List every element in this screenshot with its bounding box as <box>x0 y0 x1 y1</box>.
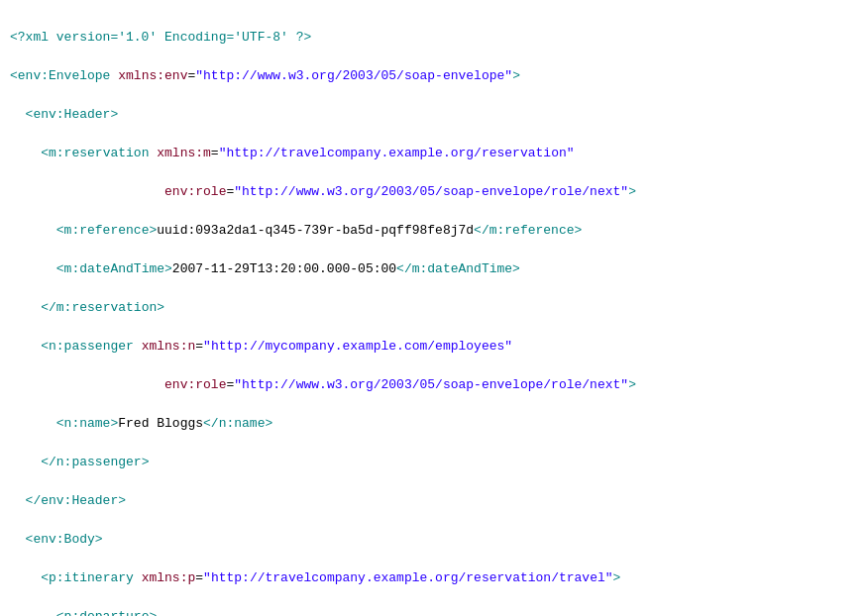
passenger-open: <n:passenger xmlns:n="http://mycompany.e… <box>10 337 857 357</box>
departure-open: <p:departure> <box>10 607 857 617</box>
datetime-element: <m:dateAndTime>2007-11-29T13:20:00.000-0… <box>10 259 857 279</box>
reservation-role: env:role="http://www.w3.org/2003/05/soap… <box>10 182 857 202</box>
name-element: <n:name>Fred Bloggs</n:name> <box>10 414 857 434</box>
header-close: </env:Header> <box>10 491 857 511</box>
envelope-open: <env:Envelope xmlns:env="http://www.w3.o… <box>10 66 857 86</box>
header-open: <env:Header> <box>10 105 857 125</box>
passenger-role: env:role="http://www.w3.org/2003/05/soap… <box>10 375 857 395</box>
passenger-close: </n:passenger> <box>10 453 857 472</box>
itinerary-open: <p:itinerary xmlns:p="http://travelcompa… <box>10 568 857 588</box>
reservation-close: </m:reservation> <box>10 298 857 318</box>
reference-element: <m:reference>uuid:093a2da1-q345-739r-ba5… <box>10 221 857 241</box>
reservation-open: <m:reservation xmlns:m="http://travelcom… <box>10 144 857 163</box>
xml-code-block: <?xml version='1.0' Encoding='UTF-8' ?> … <box>10 8 857 616</box>
body-open: <env:Body> <box>10 530 857 550</box>
prolog-line: <?xml version='1.0' Encoding='UTF-8' ?> <box>10 28 857 48</box>
